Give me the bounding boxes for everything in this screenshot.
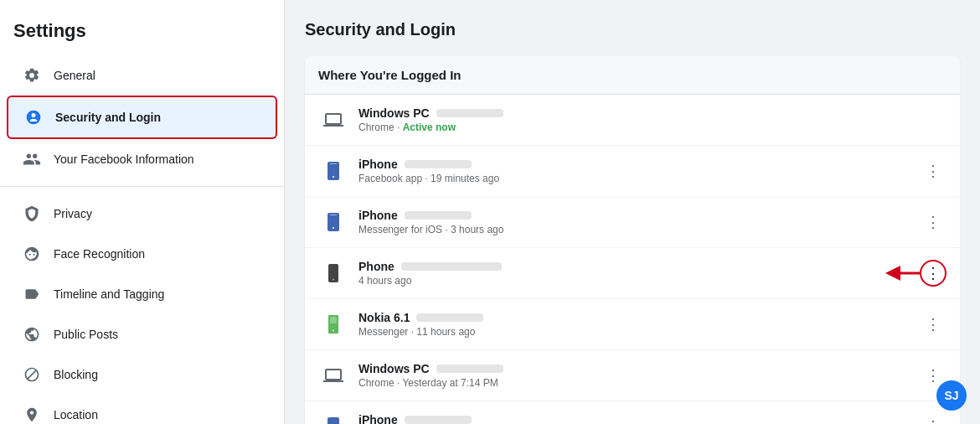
sidebar-item-face-recognition[interactable]: Face Recognition: [7, 234, 277, 274]
session-device-6: iPhone: [358, 413, 920, 424]
session-sub-4: Messenger · 11 hours ago: [358, 326, 920, 338]
device-name-6: iPhone: [358, 413, 398, 424]
phone-icon-6: [318, 411, 348, 424]
active-now-badge: Active now: [403, 122, 456, 133]
sidebar-item-fb-info[interactable]: Your Facebook Information: [7, 139, 277, 179]
sidebar-item-label-privacy: Privacy: [54, 207, 92, 220]
general-icon: [20, 64, 44, 87]
session-item-2: iPhone Messenger for iOS · 3 hours ago ⋮: [305, 197, 960, 248]
session-sub-3: 4 hours ago: [358, 275, 920, 287]
public-posts-icon: [20, 323, 44, 346]
session-item-0: Windows PC Chrome · Active now: [305, 95, 960, 146]
session-info-1: iPhone Facebook app · 19 minutes ago: [358, 158, 920, 184]
sidebar-item-label-face-recognition: Face Recognition: [54, 247, 145, 261]
device-name-0: Windows PC: [358, 106, 430, 120]
svg-point-12: [333, 330, 334, 332]
session-item-5: Windows PC Chrome · Yesterday at 7:14 PM…: [305, 350, 960, 401]
session-device-4: Nokia 6.1: [358, 311, 920, 324]
device-detail-blur-1: [405, 160, 472, 168]
phone-icon-1: [318, 156, 348, 186]
timeline-icon: [20, 282, 44, 306]
session-item-4: Nokia 6.1 Messenger · 11 hours ago ⋮: [305, 299, 960, 350]
sidebar-item-privacy[interactable]: Privacy: [7, 194, 277, 234]
session-sub-2: Messenger for iOS · 3 hours ago: [358, 224, 920, 235]
sidebar-item-security[interactable]: Security and Login: [7, 96, 277, 139]
sidebar-item-label-fb-info: Your Facebook Information: [54, 153, 194, 166]
svg-point-8: [333, 279, 334, 281]
sidebar-group-1: General Security and Login Your Facebook…: [0, 55, 284, 179]
session-info-0: Windows PC Chrome · Active now: [358, 106, 946, 133]
sidebar: Settings General Security and Login Your…: [0, 0, 285, 424]
session-info-4: Nokia 6.1 Messenger · 11 hours ago: [358, 311, 920, 338]
session-info-2: iPhone Messenger for iOS · 3 hours ago: [358, 209, 920, 235]
device-detail-blur-2: [405, 211, 472, 220]
device-name-3: Phone: [358, 260, 395, 273]
sidebar-item-label-general: General: [54, 69, 95, 82]
svg-point-2: [333, 176, 334, 178]
session-info-5: Windows PC Chrome · Yesterday at 7:14 PM: [358, 362, 920, 389]
session-sub-0: Chrome · Active now: [358, 122, 946, 133]
page-title: Security and Login: [305, 20, 960, 39]
fb-info-icon: [20, 147, 44, 171]
session-info-6: iPhone Mobile Safari · October 17 at 9:5…: [358, 413, 920, 424]
sidebar-item-label-public-posts: Public Posts: [54, 328, 118, 341]
sidebar-item-location[interactable]: Location: [7, 395, 277, 424]
sidebar-item-public-posts[interactable]: Public Posts: [7, 314, 277, 354]
session-sub-5: Chrome · Yesterday at 7:14 PM: [358, 377, 920, 389]
svg-rect-3: [330, 163, 337, 164]
device-detail-blur-4: [416, 313, 483, 322]
sidebar-item-general[interactable]: General: [7, 55, 277, 96]
session-sub-1: Facebook app · 19 minutes ago: [358, 173, 920, 184]
face-recognition-icon: [20, 242, 44, 266]
sidebar-item-label-location: Location: [54, 408, 98, 421]
sidebar-item-label-blocking: Blocking: [54, 368, 98, 381]
card-header: Where You're Logged In: [305, 56, 960, 95]
avatar[interactable]: SJ: [936, 380, 967, 411]
divider-1: [0, 186, 284, 187]
device-detail-blur-3: [401, 262, 502, 271]
sidebar-item-blocking[interactable]: Blocking: [7, 354, 277, 395]
device-detail-blur-5: [436, 365, 503, 373]
session-more-2[interactable]: ⋮: [920, 209, 946, 235]
svg-point-5: [333, 227, 334, 229]
session-info-3: Phone 4 hours ago: [358, 260, 920, 287]
sidebar-title: Settings: [0, 13, 284, 55]
session-more-4[interactable]: ⋮: [920, 311, 946, 338]
device-name-5: Windows PC: [358, 362, 430, 375]
svg-rect-14: [328, 417, 339, 424]
nokia-icon-4: [318, 309, 348, 339]
sidebar-item-label-security: Security and Login: [55, 111, 161, 124]
blocking-icon: [20, 363, 44, 386]
session-more-6[interactable]: ⋮: [920, 413, 946, 424]
device-detail-blur-6: [405, 416, 472, 424]
main-content: Security and Login Where You're Logged I…: [285, 0, 980, 424]
sidebar-item-timeline[interactable]: Timeline and Tagging: [7, 274, 277, 314]
session-item-3: Phone 4 hours ago ⋮: [305, 248, 960, 299]
device-name-1: iPhone: [358, 158, 398, 171]
device-name-4: Nokia 6.1: [358, 311, 410, 324]
device-detail-blur-0: [436, 109, 503, 117]
session-more-1[interactable]: ⋮: [920, 158, 946, 184]
session-device-5: Windows PC: [358, 362, 920, 375]
device-name-2: iPhone: [358, 209, 398, 222]
session-item-6: iPhone Mobile Safari · October 17 at 9:5…: [305, 401, 960, 424]
session-device-3: Phone: [358, 260, 920, 273]
sidebar-item-label-timeline: Timeline and Tagging: [54, 287, 164, 301]
session-more-3-highlighted[interactable]: ⋮: [920, 260, 946, 287]
phone-icon-2: [318, 207, 348, 237]
svg-rect-13: [330, 317, 337, 323]
session-item-1: iPhone Facebook app · 19 minutes ago ⋮: [305, 146, 960, 197]
svg-rect-6: [330, 215, 337, 215]
sessions-card: Where You're Logged In Windows PC Chrome…: [305, 56, 960, 424]
privacy-icon: [20, 202, 44, 225]
phone-dark-icon-3: [318, 258, 348, 288]
session-device-1: iPhone: [358, 158, 920, 171]
sidebar-group-2: Privacy Face Recognition Timeline and Ta…: [0, 194, 284, 424]
computer-icon-0: [318, 105, 348, 135]
location-icon: [20, 403, 44, 424]
session-device-2: iPhone: [358, 209, 920, 222]
session-device-0: Windows PC: [358, 106, 946, 120]
security-icon: [22, 106, 45, 129]
computer-icon-5: [318, 360, 348, 390]
